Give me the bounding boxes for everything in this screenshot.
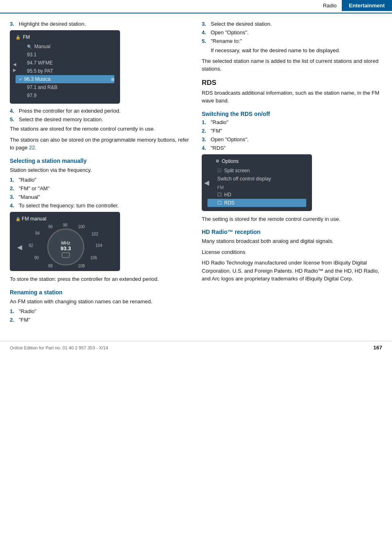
left-column: 3. Highlight the desired station. 🔒 FM ◀…	[10, 21, 190, 325]
ren-step-4-text: Open "Options".	[211, 29, 249, 36]
step-3-highlight: 3. Highlight the desired station.	[10, 21, 190, 27]
hd-checkbox-icon: ☐	[217, 192, 222, 198]
ren-step-1-text: "Radio"	[19, 308, 36, 314]
svg-text:108: 108	[78, 264, 85, 268]
options-label: Options	[222, 158, 238, 164]
ren-step-5: 5. "Rename to:"	[202, 38, 382, 44]
options-fm-divider: FM	[207, 184, 306, 191]
hd-para-2: License conditions	[202, 248, 382, 256]
step-3-text: Highlight the desired station.	[19, 21, 86, 27]
ren-step-4-num: 4.	[202, 29, 211, 36]
ren-step-5-sub: If necessary, wait for the desired name …	[202, 47, 382, 55]
fm-menu-955: 95.5 by PAT	[16, 67, 114, 75]
sw-step-3-text: Open "Options".	[211, 136, 249, 142]
store-para-2: The stations can also be stored on the p…	[10, 136, 190, 152]
fm-menu-971: 97.1 and R&B	[16, 83, 114, 91]
sw-step-1-num: 1.	[202, 119, 211, 125]
svg-text:94: 94	[35, 231, 40, 236]
checkbox-icon: ☑	[217, 168, 222, 173]
store-station-para: To store the station: press the controll…	[10, 275, 190, 283]
step-5-text: Select the desired memory location.	[19, 116, 103, 122]
sel-step-4-num: 4.	[10, 202, 19, 209]
lock-icon: 🔒	[16, 35, 20, 40]
fm-menu-979: 97.9	[16, 91, 114, 100]
sel-step-4: 4. To select the frequency: turn the con…	[10, 202, 190, 209]
fm-screen: 🔒 FM ◀ ▶ 🔍 Manual 93.1 94.7 WFME 95.5 by…	[10, 30, 120, 104]
header-radio-label: Radio	[318, 1, 342, 10]
sw-step-4: 4. "RDS"	[202, 145, 382, 151]
hd-label: HD	[224, 192, 231, 198]
options-gear-icon: ⚙	[216, 159, 219, 163]
svg-text:96: 96	[48, 225, 53, 229]
options-split-screen: ☑ Split screen	[207, 167, 306, 175]
nav-up-icon: ◀	[13, 62, 16, 67]
sel-step-1: 1. "Radio"	[10, 177, 190, 183]
check-icon: ✓	[19, 77, 22, 82]
ren-step-4: 4. Open "Options".	[202, 29, 382, 36]
svg-text:88: 88	[48, 264, 53, 268]
renaming-heading: Renaming a station	[10, 289, 190, 296]
right-column: 3. Select the desired station. 4. Open "…	[202, 21, 382, 325]
selecting-sub: Station selection via the frequency.	[10, 166, 190, 174]
nav-down-icon: ▶	[13, 68, 16, 72]
sel-step-3-num: 3.	[10, 194, 19, 200]
fm-menu-963: ✓ 96.3 Musica ⊞	[16, 75, 114, 83]
options-title: ⚙ Options	[207, 158, 306, 164]
sel-step-1-num: 1.	[10, 177, 19, 183]
switching-heading: Switching the RDS on/off	[202, 111, 382, 117]
rds-option-label: RDS	[224, 200, 234, 206]
ren-step-3-num: 3.	[202, 21, 211, 27]
page-footer: Online Edition for Part no. 01 40 2 957 …	[0, 341, 392, 354]
selecting-heading: Selecting a station manually	[10, 158, 190, 164]
sel-step-2-text: "FM" or "AM"	[19, 185, 50, 191]
options-switch-off: Switch off control display	[207, 175, 306, 183]
sw-step-2: 2. "FM"	[202, 128, 382, 134]
sw-step-2-text: "FM"	[211, 128, 222, 134]
store-para-1: The stations are stored for the remote c…	[10, 125, 190, 133]
svg-text:92: 92	[29, 243, 33, 248]
rds-checkbox-icon: ☐	[217, 200, 222, 206]
fm-menu-manual: 🔍 Manual	[16, 42, 114, 51]
para2-part2: .	[35, 145, 36, 151]
fm-menu-947: 94.7 WFME	[16, 59, 114, 67]
ren-step-3-text: Select the desired station.	[211, 21, 272, 27]
para2-part1: The stations can also be stored on the p…	[10, 137, 189, 151]
ren-step-2: 2. "FM"	[10, 317, 190, 323]
rds-para: RDS broadcasts additional information, s…	[202, 89, 382, 105]
svg-text:100: 100	[78, 225, 85, 229]
dial-svg: 88 90 92 94 96 98 100 102 104 106 108 MH…	[23, 223, 113, 268]
svg-text:106: 106	[90, 256, 97, 260]
nav-left-icon: ◀	[17, 243, 22, 251]
fm-manual-screen: 🔒 FM manual ◀ 88 90 92 94 96 98 100 102	[10, 212, 120, 271]
options-hd: ☐ HD	[207, 191, 306, 199]
options-screen: ◀ ⚙ Options ☑ Split screen Switch off co…	[202, 154, 312, 211]
step-4-text: Press the controller for an extended per…	[19, 108, 120, 114]
sw-step-2-num: 2.	[202, 128, 211, 134]
switch-off-label: Switch off control display	[217, 176, 271, 182]
ren-step-1-num: 1.	[10, 308, 19, 314]
sw-step-3-num: 3.	[202, 136, 211, 142]
svg-text:104: 104	[96, 243, 102, 248]
hd-para-3: HD Radio Technology manufactured under l…	[202, 259, 382, 283]
sel-step-3: 3. "Manual"	[10, 194, 190, 200]
search-icon: 🔍	[27, 44, 32, 49]
page-header: Radio Entertainment	[0, 0, 392, 13]
fm-label: FM	[23, 34, 30, 40]
sw-step-4-text: "RDS"	[211, 145, 226, 151]
hd-para-1: Many stations broadcast both analog and …	[202, 237, 382, 245]
dial-area: ◀ 88 90 92 94 96 98 100 102 104 106 108	[16, 223, 116, 270]
step-4: 4. Press the controller for an extended …	[10, 108, 190, 114]
lock-icon-2: 🔒	[16, 217, 20, 221]
sel-step-3-text: "Manual"	[19, 194, 40, 200]
step-3-num: 3.	[10, 21, 19, 27]
renaming-sub: An FM station with changing station name…	[10, 298, 190, 306]
setting-para: The setting is stored for the remote con…	[202, 215, 382, 223]
ren-step-5-text: "Rename to:"	[211, 38, 242, 44]
step-5: 5. Select the desired memory location.	[10, 116, 190, 122]
sel-step-2: 2. "FM" or "AM"	[10, 185, 190, 191]
ren-para: The selected station name is added to th…	[202, 57, 382, 73]
svg-text:93.3: 93.3	[60, 245, 71, 251]
options-rds: ☐ RDS	[207, 199, 306, 207]
page-22-link[interactable]: 22	[29, 145, 35, 151]
split-screen-label: Split screen	[224, 168, 250, 173]
